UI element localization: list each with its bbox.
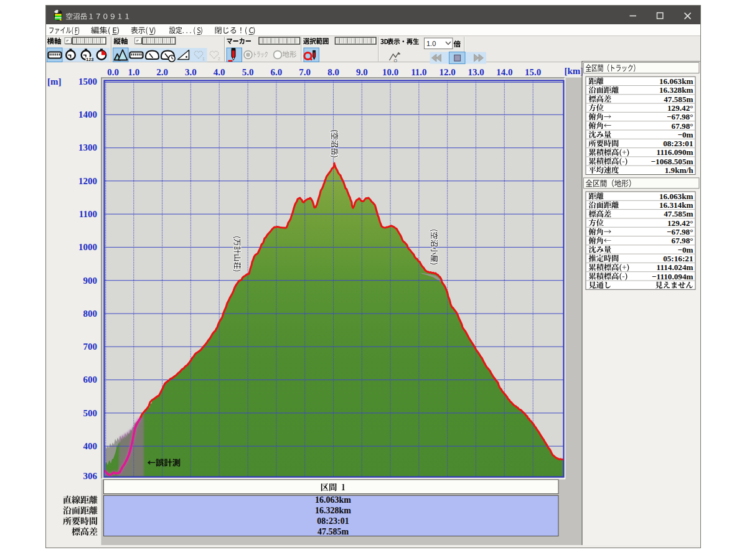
svg-text:800: 800 (83, 309, 98, 319)
svg-text:10.0: 10.0 (382, 67, 398, 77)
svg-text:1400: 1400 (78, 110, 97, 119)
svg-text:08:23:01: 08:23:01 (663, 139, 693, 148)
svg-text:700: 700 (83, 342, 98, 352)
svg-text:1200: 1200 (78, 176, 97, 186)
svg-text:1114.024m: 1114.024m (657, 263, 693, 272)
svg-text:16.328km: 16.328km (315, 506, 351, 515)
svg-text:11.0: 11.0 (411, 67, 426, 77)
svg-text:−1110.094m: −1110.094m (652, 272, 693, 281)
svg-text:6.0: 6.0 (271, 67, 283, 77)
svg-text:−1068.505m: −1068.505m (651, 157, 693, 166)
svg-text:[m]: [m] (47, 77, 62, 86)
svg-text:2: 2 (218, 57, 220, 61)
svg-text:600: 600 (83, 375, 98, 385)
svg-text:67.98°: 67.98° (672, 121, 693, 131)
svg-text:−0m: −0m (677, 130, 693, 139)
svg-text:16.328km: 16.328km (659, 85, 693, 95)
svg-text:400: 400 (83, 441, 98, 451)
svg-text:16.063km: 16.063km (659, 77, 693, 86)
svg-text:8.0: 8.0 (327, 67, 339, 77)
svg-text:1.0: 1.0 (128, 67, 139, 77)
svg-text:1300: 1300 (78, 142, 97, 152)
svg-text:1500: 1500 (78, 77, 97, 86)
svg-text:16.063km: 16.063km (659, 192, 693, 201)
svg-text:900: 900 (83, 276, 98, 286)
svg-text:7.0: 7.0 (299, 67, 311, 77)
svg-text:−67.98°: −67.98° (667, 112, 693, 121)
svg-text:O: O (394, 58, 398, 63)
svg-text:1000: 1000 (78, 242, 97, 252)
svg-text:47.585m: 47.585m (317, 527, 349, 536)
svg-text:−67.98°: −67.98° (667, 227, 693, 236)
svg-text:16.063km: 16.063km (315, 495, 351, 505)
svg-text:16.314km: 16.314km (659, 200, 693, 210)
svg-text:500: 500 (83, 408, 98, 418)
svg-text:[km]: [km] (565, 66, 584, 76)
svg-text:14.0: 14.0 (496, 67, 512, 77)
svg-text:5.0: 5.0 (242, 67, 254, 77)
svg-text:129.42°: 129.42° (667, 218, 693, 228)
svg-text:3.0: 3.0 (185, 67, 197, 77)
svg-text:1100: 1100 (79, 209, 97, 219)
svg-text:47.585m: 47.585m (664, 95, 693, 104)
svg-text:1: 1 (202, 57, 205, 61)
svg-text:12.0: 12.0 (439, 67, 456, 77)
svg-text:−0m: −0m (677, 245, 693, 254)
svg-text:9.0: 9.0 (356, 67, 368, 77)
svg-text:4.0: 4.0 (214, 67, 225, 77)
svg-text:306: 306 (83, 471, 98, 481)
svg-text:15.0: 15.0 (525, 67, 541, 77)
svg-text:2.0: 2.0 (156, 67, 168, 77)
svg-text:123: 123 (86, 57, 94, 62)
svg-text:1116.090m: 1116.090m (657, 147, 693, 157)
svg-text:13.0: 13.0 (467, 67, 484, 77)
svg-text:1.0: 1.0 (426, 40, 436, 47)
svg-text:08:23:01: 08:23:01 (317, 516, 349, 526)
svg-text:1.9km/h: 1.9km/h (665, 166, 693, 175)
svg-text:05:16:21: 05:16:21 (663, 254, 693, 263)
svg-text:67.98°: 67.98° (672, 236, 693, 245)
svg-text:129.42°: 129.42° (667, 103, 693, 113)
svg-text:47.585m: 47.585m (664, 209, 693, 218)
svg-text:0.0: 0.0 (107, 67, 119, 77)
